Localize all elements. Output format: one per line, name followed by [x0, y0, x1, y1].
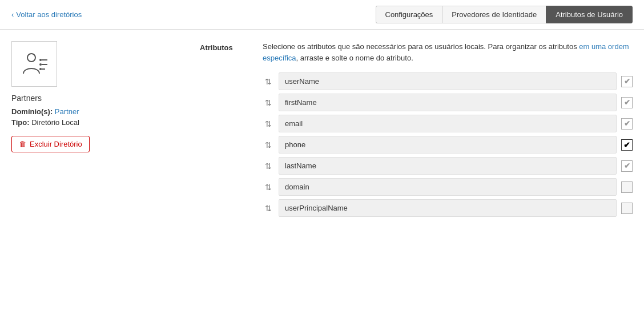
delete-label: Excluir Diretório — [30, 140, 82, 148]
left-panel: Partners Domínio(s): Partner Tipo: Diret… — [11, 41, 154, 217]
checkmark-icon: ✔ — [623, 140, 630, 150]
checkmark-icon: ✔ — [624, 77, 630, 86]
table-row: ⇅ userName ✔ — [263, 72, 633, 90]
checkbox-userprincipalname[interactable] — [621, 203, 633, 214]
attribute-field-phone: phone — [279, 136, 617, 154]
checkmark-icon: ✔ — [624, 98, 630, 107]
section-body: Selecione os atributos que são necessári… — [263, 41, 633, 217]
back-link[interactable]: ‹ Voltar aos diretórios — [11, 10, 82, 19]
checkbox-lastname[interactable]: ✔ — [621, 160, 633, 172]
directory-domain: Domínio(s): Partner — [11, 107, 154, 116]
drag-handle-icon[interactable]: ⇅ — [263, 140, 274, 150]
drag-handle-icon[interactable]: ⇅ — [263, 119, 274, 128]
table-row: ⇅ email ✔ — [263, 115, 633, 132]
description-text: Selecione os atributos que são necessári… — [263, 41, 633, 63]
attribute-field-domain: domain — [279, 178, 617, 196]
directory-icon — [11, 41, 57, 87]
table-row: ⇅ lastName ✔ — [263, 157, 633, 175]
svg-point-4 — [39, 63, 42, 66]
trash-icon: 🗑 — [19, 140, 26, 148]
domain-label: Domínio(s): — [11, 107, 53, 116]
svg-point-6 — [39, 68, 42, 70]
drag-handle-icon[interactable]: ⇅ — [263, 98, 274, 107]
attribute-field-username: userName — [279, 72, 617, 90]
checkbox-domain[interactable] — [621, 181, 633, 193]
main-content: Partners Domínio(s): Partner Tipo: Diret… — [0, 30, 644, 228]
tab-group: Configurações Provedores de Identidade A… — [376, 6, 633, 23]
checkbox-firstname[interactable]: ✔ — [621, 97, 633, 108]
desc-part2: , arraste e solte o nome do atributo. — [296, 54, 413, 62]
attribute-field-userprincipalname: userPrincipalName — [279, 199, 617, 217]
checkbox-email[interactable]: ✔ — [621, 118, 633, 130]
drag-handle-icon[interactable]: ⇅ — [263, 161, 274, 171]
tab-configuracoes[interactable]: Configurações — [376, 6, 442, 23]
svg-point-0 — [27, 54, 35, 62]
back-link-label: Voltar aos diretórios — [16, 10, 82, 19]
drag-handle-icon[interactable]: ⇅ — [263, 204, 274, 213]
checkbox-username[interactable]: ✔ — [621, 76, 633, 87]
right-panel: Atributos Selecione os atributos que são… — [154, 41, 633, 217]
delete-directory-button[interactable]: 🗑 Excluir Diretório — [11, 136, 90, 152]
drag-handle-icon[interactable]: ⇅ — [263, 77, 274, 86]
top-bar: ‹ Voltar aos diretórios Configurações Pr… — [0, 0, 644, 30]
directory-svg-icon — [20, 50, 49, 78]
attribute-field-email: email — [279, 115, 617, 132]
checkbox-phone[interactable]: ✔ — [621, 139, 633, 151]
table-row: ⇅ phone ✔ — [263, 136, 633, 154]
desc-part1: Selecione os atributos que são necessári… — [263, 42, 579, 51]
svg-point-2 — [39, 59, 42, 61]
checkmark-icon: ✔ — [624, 119, 630, 128]
type-label: Tipo: — [11, 118, 30, 127]
table-row: ⇅ domain — [263, 178, 633, 196]
directory-type: Tipo: Diretório Local — [11, 118, 154, 127]
drag-handle-icon[interactable]: ⇅ — [263, 183, 274, 192]
type-value: Diretório Local — [31, 118, 79, 127]
table-row: ⇅ userPrincipalName — [263, 199, 633, 217]
section-label: Atributos — [200, 41, 245, 52]
attribute-field-lastname: lastName — [279, 157, 617, 175]
domain-value: Partner — [55, 107, 79, 116]
attributes-section: Atributos Selecione os atributos que são… — [200, 41, 633, 217]
tab-provedores[interactable]: Provedores de Identidade — [442, 6, 546, 23]
table-row: ⇅ firstName ✔ — [263, 94, 633, 111]
attribute-field-firstname: firstName — [279, 94, 617, 111]
chevron-left-icon: ‹ — [11, 10, 14, 19]
attribute-list: ⇅ userName ✔ ⇅ firstName ✔ — [263, 72, 633, 217]
directory-name: Partners — [11, 94, 154, 103]
tab-atributos[interactable]: Atributos de Usuário — [546, 6, 633, 23]
checkmark-icon: ✔ — [624, 161, 630, 170]
